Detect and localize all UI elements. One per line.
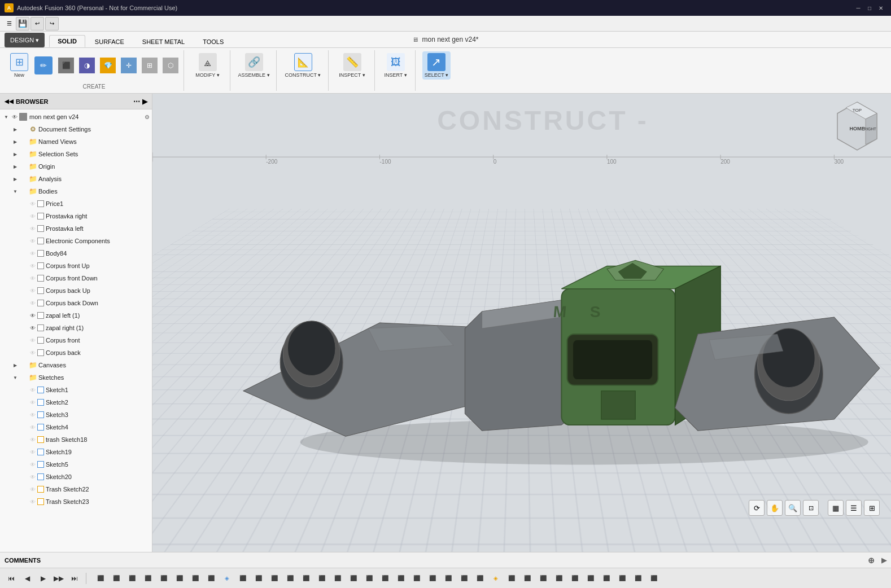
- sketches-arrow[interactable]: ▼: [11, 374, 19, 381]
- body-zapal-right-eye[interactable]: 👁: [28, 323, 37, 332]
- body-cf-eye[interactable]: 👁: [28, 336, 37, 345]
- browser-menu-btn[interactable]: ⋯: [133, 98, 140, 106]
- body-prostavka-right-eye[interactable]: 👁: [28, 212, 37, 221]
- modify-dropdown-btn[interactable]: ⟁ MODIFY ▾: [193, 51, 221, 80]
- timeline-btn-12[interactable]: ⬛: [268, 572, 281, 585]
- tree-body-zapal-right[interactable]: ▶ 👁 zapal right (1): [0, 322, 152, 334]
- doc-settings-arrow[interactable]: ▶: [11, 125, 19, 133]
- named-views-arrow[interactable]: ▶: [11, 138, 19, 146]
- tree-doc-settings[interactable]: ▶ 👁 ⚙ Document Settings: [0, 123, 152, 135]
- tree-body-corpus-front-down[interactable]: ▶ 👁 Corpus front Down: [0, 272, 152, 284]
- origin-arrow[interactable]: ▶: [11, 163, 19, 170]
- timeline-btn-36[interactable]: ⬛: [647, 572, 661, 585]
- timeline-btn-24[interactable]: ⬛: [457, 572, 471, 585]
- trash23-eye[interactable]: 👁: [28, 497, 37, 506]
- extrude-btn[interactable]: ⬛: [56, 56, 76, 74]
- redo-btn[interactable]: ↪: [45, 17, 59, 30]
- root-collapse-arrow[interactable]: ▼: [2, 113, 10, 121]
- timeline-btn-7[interactable]: ⬛: [189, 572, 202, 585]
- tree-body-corpus-back[interactable]: ▶ 👁 Corpus back: [0, 346, 152, 359]
- timeline-btn-5[interactable]: ⬛: [157, 572, 171, 585]
- root-settings-icon[interactable]: ⚙: [145, 114, 150, 120]
- tree-body-electronic[interactable]: ▶ 👁 Electronic Components: [0, 235, 152, 247]
- close-btn[interactable]: ✕: [875, 2, 886, 14]
- tree-body-prostavka-right[interactable]: ▶ 👁 Prostavka right: [0, 210, 152, 222]
- tree-sketch4[interactable]: ▶ 👁 Sketch4: [0, 421, 152, 433]
- tree-canvases[interactable]: ▶ 👁 📁 Canvases: [0, 359, 152, 371]
- browser-collapse-icon[interactable]: ◀◀: [5, 98, 14, 104]
- tree-bodies[interactable]: ▼ 👁 📁 Bodies: [0, 185, 152, 198]
- design-dropdown[interactable]: DESIGN ▾: [5, 33, 45, 47]
- undo-btn[interactable]: ↩: [30, 17, 44, 30]
- canvases-arrow[interactable]: ▶: [11, 361, 19, 369]
- tree-body-corpus-front-up[interactable]: ▶ 👁 Corpus front Up: [0, 260, 152, 272]
- display-settings-btn[interactable]: ⊞: [864, 500, 880, 516]
- tree-body-prostavka-left[interactable]: ▶ 👁 Prostavka left: [0, 222, 152, 235]
- combine-btn[interactable]: ⊞: [140, 56, 159, 74]
- body-zapal-left-eye[interactable]: 👁: [28, 311, 37, 320]
- timeline-btn-30[interactable]: ⬛: [552, 572, 566, 585]
- timeline-btn-1[interactable]: ⬛: [94, 572, 107, 585]
- timeline-btn-23[interactable]: ⬛: [442, 572, 455, 585]
- tree-body-corpus-front[interactable]: ▶ 👁 Corpus front: [0, 334, 152, 346]
- inspect-dropdown-btn[interactable]: 📏 INSPECT ▾: [337, 51, 367, 80]
- tree-named-views[interactable]: ▶ 👁 📁 Named Views: [0, 135, 152, 148]
- tab-sheet-metal[interactable]: SHEET METAL: [134, 36, 193, 47]
- comments-add-btn[interactable]: ⊕: [868, 556, 875, 565]
- selection-sets-arrow[interactable]: ▶: [11, 150, 19, 158]
- tree-sketch2[interactable]: ▶ 👁 Sketch2: [0, 396, 152, 409]
- trash18-eye[interactable]: 👁: [28, 435, 37, 444]
- tree-sketch1[interactable]: ▶ 👁 Sketch1: [0, 384, 152, 396]
- timeline-btn-6[interactable]: ⬛: [173, 572, 186, 585]
- select-dropdown-btn[interactable]: ↗ SELECT ▾: [422, 51, 451, 80]
- timeline-btn-18[interactable]: ⬛: [362, 572, 376, 585]
- app-menu-btn[interactable]: ☰: [3, 18, 15, 29]
- timeline-btn-17[interactable]: ⬛: [347, 572, 360, 585]
- timeline-btn-13[interactable]: ⬛: [283, 572, 297, 585]
- timeline-btn-15[interactable]: ⬛: [315, 572, 329, 585]
- tree-sketch5[interactable]: ▶ 👁 Sketch5: [0, 458, 152, 471]
- tree-trash-sketch22[interactable]: ▶ 👁 Trash Sketch22: [0, 483, 152, 495]
- tree-selection-sets[interactable]: ▶ 👁 📁 Selection Sets: [0, 148, 152, 160]
- play-end-btn[interactable]: ⏭: [68, 572, 81, 585]
- sketch1-eye[interactable]: 👁: [28, 385, 37, 394]
- body-electronic-eye[interactable]: 👁: [28, 236, 37, 245]
- timeline-btn-9[interactable]: ◈: [220, 572, 234, 585]
- zoom-btn[interactable]: 🔍: [785, 500, 801, 516]
- timeline-btn-22[interactable]: ⬛: [426, 572, 439, 585]
- tree-analysis[interactable]: ▶ 👁 📁 Analysis: [0, 173, 152, 185]
- timeline-btn-16[interactable]: ⬛: [331, 572, 344, 585]
- tab-tools[interactable]: TOOLS: [194, 36, 232, 47]
- tab-surface[interactable]: SURFACE: [86, 36, 133, 47]
- minimize-btn[interactable]: ─: [853, 2, 864, 14]
- timeline-btn-34[interactable]: ⬛: [615, 572, 629, 585]
- tab-solid[interactable]: SOLID: [49, 35, 85, 47]
- body-body84-eye[interactable]: 👁: [28, 249, 37, 258]
- body-cfu-eye[interactable]: 👁: [28, 261, 37, 270]
- sketch4-eye[interactable]: 👁: [28, 423, 37, 432]
- revolve-btn[interactable]: ◑: [77, 56, 97, 74]
- maximize-btn[interactable]: □: [864, 2, 875, 14]
- timeline-btn-8[interactable]: ⬛: [204, 572, 218, 585]
- tree-sketches[interactable]: ▼ 👁 📁 Sketches: [0, 371, 152, 384]
- viewcube[interactable]: HOME TOP RIGHT: [829, 99, 885, 156]
- comments-expand-btn[interactable]: ▶: [881, 556, 886, 564]
- play-start-btn[interactable]: ⏮: [5, 572, 18, 585]
- tree-trash-sketch23[interactable]: ▶ 👁 Trash Sketch23: [0, 495, 152, 508]
- timeline-btn-25[interactable]: ⬛: [473, 572, 487, 585]
- timeline-btn-31[interactable]: ⬛: [568, 572, 582, 585]
- tree-body-price1[interactable]: ▶ 👁 Price1: [0, 198, 152, 210]
- timeline-btn-29[interactable]: ⬛: [536, 572, 550, 585]
- tree-root[interactable]: ▼ 👁 mon next gen v24 ⚙: [0, 111, 152, 123]
- timeline-btn-27[interactable]: ⬛: [505, 572, 518, 585]
- insert-dropdown-btn[interactable]: 🖼 INSERT ▾: [382, 51, 409, 80]
- viewport[interactable]: CONSTRUCT -: [152, 94, 891, 552]
- tree-trash-sketch18[interactable]: ▶ 👁 trash Sketch18: [0, 433, 152, 446]
- assemble-dropdown-btn[interactable]: 🔗 ASSEMBLE ▾: [235, 51, 272, 80]
- sketch3-eye[interactable]: 👁: [28, 410, 37, 419]
- timeline-btn-21[interactable]: ⬛: [410, 572, 423, 585]
- tree-sketch19[interactable]: ▶ 👁 Sketch19: [0, 446, 152, 458]
- tree-origin[interactable]: ▶ 👁 📁 Origin: [0, 160, 152, 173]
- pan-btn[interactable]: ✋: [767, 500, 783, 516]
- play-btn[interactable]: ▶: [36, 572, 50, 585]
